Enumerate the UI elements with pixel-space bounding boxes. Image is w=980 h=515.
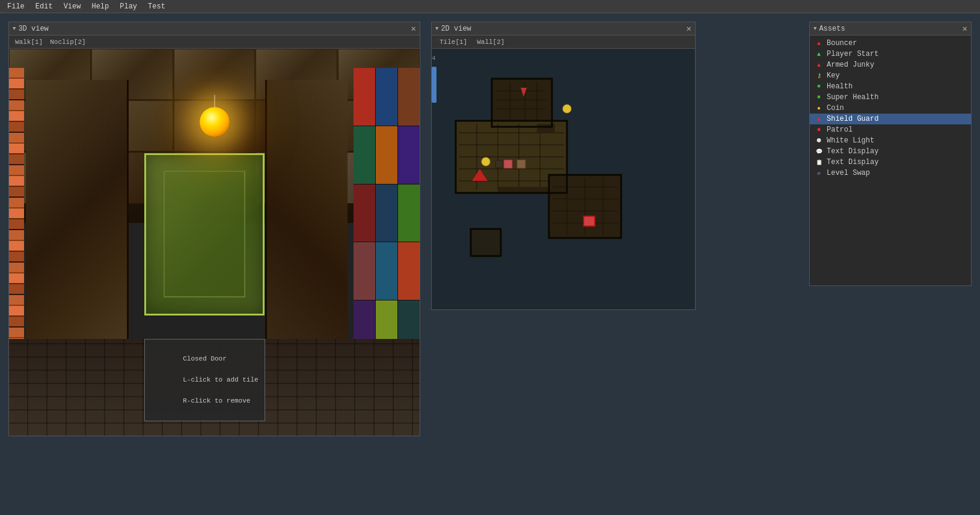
map-object <box>495 160 503 168</box>
scroll-indicator[interactable] <box>432 67 436 103</box>
door-highlight <box>144 153 265 315</box>
assets-title: Assets <box>813 25 845 33</box>
armed-junky-icon: ▲ <box>815 61 823 69</box>
door-inner <box>164 171 245 297</box>
text-display-2-label: Text Display <box>827 158 878 166</box>
asset-super-health[interactable]: ■ Super Health <box>810 92 971 103</box>
asset-player-start[interactable]: ▲ Player Start <box>810 49 971 59</box>
tab-tile[interactable]: Tile[1] <box>435 37 471 47</box>
menu-help[interactable]: Help <box>87 1 114 12</box>
ceiling-tile <box>174 49 256 100</box>
health-icon: ■ <box>815 82 823 91</box>
asset-level-swap[interactable]: ⇄ Level Swap <box>810 168 971 178</box>
view2d-toolbar: Tile[1] Wall[2] <box>432 35 695 49</box>
view3d-title: 3D view <box>13 25 49 33</box>
asset-key[interactable]: ⚷ Key <box>810 70 971 81</box>
asset-text-display-1[interactable]: 💬 Text Display <box>810 146 971 157</box>
player-start-label: Player Start <box>827 50 878 58</box>
coin-icon: ● <box>815 104 823 112</box>
white-light-icon: ● <box>815 136 823 145</box>
text-display-2-icon: 📋 <box>815 158 823 166</box>
light-bulb <box>200 95 230 128</box>
menu-file[interactable]: File <box>2 1 29 12</box>
wall-back-left <box>26 80 129 351</box>
view3d-toolbar: Walk[1] Noclip[2] <box>9 35 420 49</box>
asset-health[interactable]: ■ Health <box>810 81 971 92</box>
asset-shield-guard[interactable]: ▲ Shield Guard <box>810 114 971 124</box>
menubar: File Edit View Help Play Test <box>0 0 980 13</box>
asset-coin[interactable]: ● Coin <box>810 103 971 114</box>
menu-play[interactable]: Play <box>115 1 142 12</box>
light-glass <box>200 107 230 137</box>
view3d-window: 3D view ✕ Walk[1] Noclip[2] <box>8 22 420 436</box>
white-light-label: White Light <box>827 136 874 145</box>
health-label: Health <box>827 82 853 91</box>
view2d-window: 2D view ✕ Tile[1] Wall[2] 4 <box>431 22 696 310</box>
yellow-dot-marker <box>563 105 571 113</box>
asset-text-display-2[interactable]: 📋 Text Display <box>810 157 971 168</box>
map-room-bottom <box>471 229 501 256</box>
asset-white-light[interactable]: ● White Light <box>810 135 971 146</box>
text-display-1-icon: 💬 <box>815 147 823 156</box>
scene-3d: Closed Door L-click to add tile R-click … <box>9 49 420 436</box>
shield-guard-label: Shield Guard <box>827 115 878 123</box>
menu-edit[interactable]: Edit <box>31 1 58 12</box>
super-health-icon: ■ <box>815 93 823 102</box>
walk-button[interactable]: Walk[1] <box>13 38 45 46</box>
svg-rect-32 <box>584 217 594 225</box>
assets-window: Assets ✕ ▲ Bouncer ▲ Player Start ▲ Arme… <box>809 22 972 286</box>
key-label: Key <box>827 72 840 80</box>
bouncer-label: Bouncer <box>827 39 857 47</box>
tooltip-line1: Closed Door <box>183 355 227 362</box>
asset-armed-junky[interactable]: ▲ Armed Junky <box>810 59 971 70</box>
view3d-titlebar: 3D view ✕ <box>9 22 420 35</box>
row-number: 4 <box>432 55 436 62</box>
coin-marker <box>482 157 490 166</box>
assets-close-button[interactable]: ✕ <box>963 25 967 33</box>
view3d-close-button[interactable]: ✕ <box>411 25 416 33</box>
patrol-label: Patrol <box>827 126 853 134</box>
enemy-near <box>517 160 525 168</box>
assets-titlebar: Assets ✕ <box>810 22 971 35</box>
view2d-titlebar: 2D view ✕ <box>432 22 695 35</box>
view2d-canvas[interactable]: 4 <box>432 49 695 309</box>
asset-patrol[interactable]: ● Patrol <box>810 124 971 135</box>
armed-junky-label: Armed Junky <box>827 61 874 69</box>
assets-list: ▲ Bouncer ▲ Player Start ▲ Armed Junky ⚷… <box>810 35 971 181</box>
menu-view[interactable]: View <box>59 1 86 12</box>
map-svg[interactable] <box>444 49 684 277</box>
view2d-title: 2D view <box>435 25 471 33</box>
patrol-icon: ● <box>815 126 823 134</box>
tooltip-line3: R-click to remove <box>183 397 250 404</box>
text-display-1-label: Text Display <box>827 147 878 156</box>
super-health-label: Super Health <box>827 93 878 102</box>
level-swap-icon: ⇄ <box>815 169 823 177</box>
noclip-button[interactable]: Noclip[2] <box>47 38 88 46</box>
bouncer-icon: ▲ <box>815 39 823 47</box>
tooltip-3d: Closed Door L-click to add tile R-click … <box>144 339 265 421</box>
player-start-icon: ▲ <box>815 50 823 58</box>
asset-bouncer[interactable]: ▲ Bouncer <box>810 38 971 49</box>
tab-wall[interactable]: Wall[2] <box>473 37 509 47</box>
light-chain <box>214 95 215 107</box>
menu-test[interactable]: Test <box>143 1 170 12</box>
key-icon: ⚷ <box>815 72 823 80</box>
shield-guard-icon: ▲ <box>815 115 823 123</box>
view2d-close-button[interactable]: ✕ <box>687 25 691 33</box>
level-swap-label: Level Swap <box>827 169 870 177</box>
wall-back-right <box>265 80 348 351</box>
view3d-canvas[interactable]: Closed Door L-click to add tile R-click … <box>9 49 420 436</box>
tooltip-line2: L-click to add tile <box>183 376 258 383</box>
player-marker <box>504 160 512 168</box>
coin-label: Coin <box>827 104 844 112</box>
